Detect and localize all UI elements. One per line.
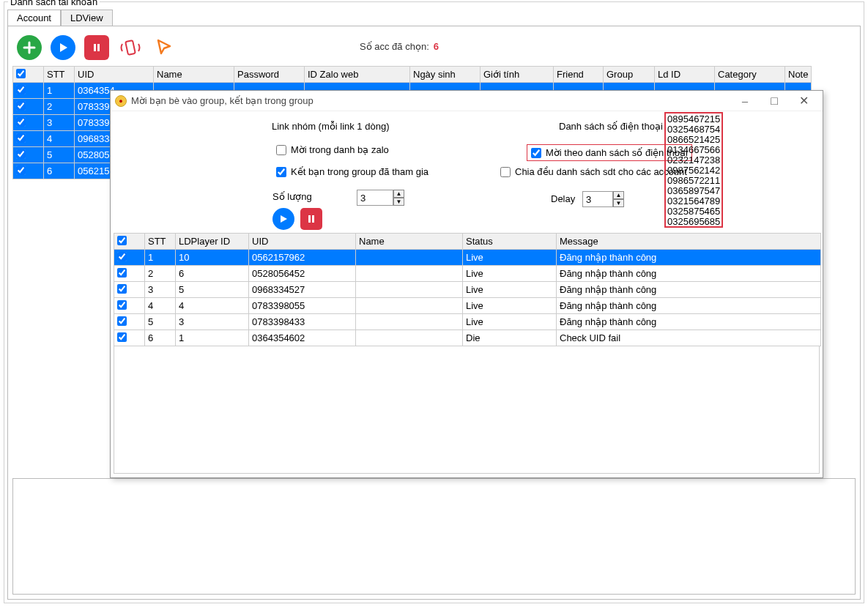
row-checkbox[interactable]: [117, 300, 127, 310]
scol-stt[interactable]: STT: [145, 234, 176, 250]
chk-split-phones[interactable]: Chia đều danh sách sdt cho các account: [500, 166, 687, 177]
row-checkbox[interactable]: [117, 332, 127, 342]
phone-number: 0134667566: [667, 145, 720, 155]
pause-icon: [92, 42, 102, 53]
cell-name: [356, 282, 463, 298]
chk-invite-contacts[interactable]: Mời trong danh bạ zalo: [276, 144, 389, 155]
col-idzalo[interactable]: ID Zalo web: [305, 67, 410, 83]
bottom-panel: [12, 478, 856, 595]
cell-msg: Đăng nhập thành công: [557, 282, 821, 298]
delay-input[interactable]: [582, 191, 613, 207]
add-button[interactable]: [17, 35, 42, 60]
row-checkbox[interactable]: [16, 149, 26, 159]
dialog-pause-button[interactable]: [300, 208, 322, 230]
cell-stt: 6: [145, 330, 176, 346]
cell-stt: 3: [44, 115, 75, 131]
dialog-titlebar[interactable]: ● Mời bạn bè vào group, kết bạn trong gr…: [111, 91, 823, 111]
table-row[interactable]: 350968334527LiveĐăng nhập thành công: [114, 282, 821, 298]
phone-list-label: Danh sách số điện thoại: [559, 121, 663, 132]
close-button[interactable]: ✕: [789, 92, 818, 111]
col-note[interactable]: Note: [785, 67, 812, 83]
cell-name: [356, 314, 463, 330]
scol-status[interactable]: Status: [463, 234, 557, 250]
cell-stt: 6: [44, 163, 75, 179]
tab-account[interactable]: Account: [7, 10, 61, 26]
phone-number: 0866521425: [667, 135, 720, 145]
scol-name[interactable]: Name: [356, 234, 463, 250]
delay-up[interactable]: ▲: [613, 191, 624, 199]
row-checkbox[interactable]: [117, 252, 127, 261]
svg-rect-0: [125, 40, 136, 55]
phone-list-box[interactable]: 0895467215032546875408665214250134667566…: [664, 112, 723, 228]
cell-ldid: 4: [176, 298, 249, 314]
table-row[interactable]: 610364354602DieCheck UID fail: [114, 330, 821, 346]
cell-stt: 5: [145, 314, 176, 330]
col-gioi[interactable]: Giới tính: [481, 67, 554, 83]
cursor-button[interactable]: [152, 35, 177, 60]
pause-button[interactable]: [84, 35, 109, 60]
pause-icon: [307, 215, 316, 223]
dialog-play-button[interactable]: [272, 208, 294, 230]
row-checkbox[interactable]: [16, 165, 26, 175]
cell-status: Live: [463, 282, 557, 298]
col-category[interactable]: Category: [715, 67, 785, 83]
cell-uid: 0968334527: [249, 282, 356, 298]
table-row[interactable]: 530783398433LiveĐăng nhập thành công: [114, 314, 821, 330]
col-ldid[interactable]: Ld ID: [655, 67, 715, 83]
cell-stt: 4: [145, 298, 176, 314]
delay-down[interactable]: ▼: [613, 199, 624, 207]
table-row[interactable]: 1100562157962LiveĐăng nhập thành công: [114, 250, 821, 266]
cell-name: [356, 330, 463, 346]
group-box-title: Danh sách tài khoản: [8, 0, 100, 7]
phone-number: 0986572211: [667, 176, 720, 186]
scol-msg[interactable]: Message: [557, 234, 821, 250]
col-ngay[interactable]: Ngày sinh: [410, 67, 481, 83]
cell-status: Die: [463, 330, 557, 346]
cell-stt: 1: [145, 250, 176, 266]
cell-msg: Đăng nhập thành công: [557, 298, 821, 314]
tab-ldview[interactable]: LDView: [61, 10, 113, 26]
row-checkbox[interactable]: [16, 101, 26, 111]
row-checkbox[interactable]: [117, 284, 127, 294]
col-password[interactable]: Password: [234, 67, 305, 83]
play-icon: [58, 42, 68, 53]
status-header-checkbox[interactable]: [117, 236, 127, 245]
row-checkbox[interactable]: [16, 117, 26, 127]
row-checkbox[interactable]: [117, 316, 127, 326]
cell-name: [356, 266, 463, 282]
status-table-empty-area: [114, 346, 820, 474]
quantity-label: Số lượng: [272, 191, 312, 202]
cell-msg: Đăng nhập thành công: [557, 266, 821, 282]
quantity-input[interactable]: [357, 190, 393, 206]
table-row[interactable]: 440783398055LiveĐăng nhập thành công: [114, 298, 821, 314]
cell-status: Live: [463, 266, 557, 282]
col-name[interactable]: Name: [154, 67, 234, 83]
play-button[interactable]: [51, 35, 75, 60]
col-friend[interactable]: Friend: [554, 67, 604, 83]
cell-ldid: 3: [176, 314, 249, 330]
row-checkbox[interactable]: [16, 133, 26, 143]
phone-number: 0232147238: [667, 155, 720, 165]
quantity-down[interactable]: ▼: [393, 198, 404, 206]
header-checkbox[interactable]: [16, 69, 26, 78]
quantity-up[interactable]: ▲: [393, 190, 404, 198]
row-checkbox[interactable]: [117, 268, 127, 278]
maximize-button[interactable]: □: [760, 92, 789, 111]
status-table: STT LDPlayer ID UID Name Status Message …: [114, 233, 821, 346]
row-checkbox[interactable]: [16, 85, 26, 94]
cell-msg: Check UID fail: [557, 330, 821, 346]
shake-button[interactable]: [118, 35, 143, 60]
scol-ldid[interactable]: LDPlayer ID: [176, 234, 249, 250]
col-uid[interactable]: UID: [75, 67, 154, 83]
chk-friend-in-group[interactable]: Kết bạn trong group đã tham gia: [276, 166, 429, 177]
col-stt[interactable]: STT: [44, 67, 75, 83]
table-row[interactable]: 260528056452LiveĐăng nhập thành công: [114, 266, 821, 282]
col-group[interactable]: Group: [604, 67, 655, 83]
minimize-button[interactable]: –: [730, 92, 760, 111]
cell-stt: 2: [44, 99, 75, 115]
cell-uid: 0783398433: [249, 314, 356, 330]
scol-uid[interactable]: UID: [249, 234, 356, 250]
phone-number: 0325875465: [667, 206, 720, 217]
dialog-app-icon: ●: [115, 95, 127, 107]
selected-count-label: Số acc đã chọn:6: [360, 41, 439, 52]
